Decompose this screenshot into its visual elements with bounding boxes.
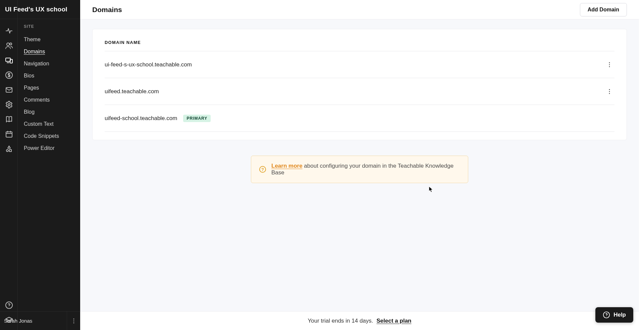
sidebar-item-bios[interactable]: Bios — [24, 70, 77, 82]
sidebar-item-navigation[interactable]: Navigation — [24, 58, 77, 70]
domain-name: uifeed.teachable.com — [105, 88, 159, 95]
rail-activity[interactable] — [0, 23, 18, 38]
add-domain-button[interactable]: Add Domain — [580, 3, 627, 16]
sidebar-item-comments[interactable]: Comments — [24, 94, 77, 106]
svg-point-12 — [73, 318, 74, 319]
users-icon — [5, 42, 13, 50]
svg-point-20 — [609, 93, 610, 94]
mail-icon — [5, 86, 13, 94]
table-row: uifeed-school.teachable.comPRIMARY — [105, 105, 614, 132]
rail-dollar[interactable] — [0, 68, 18, 82]
sidebar-item-power-editor[interactable]: Power Editor — [24, 142, 77, 154]
svg-point-11 — [9, 307, 9, 307]
sidebar-panel: UI Feed's UX school SITE ThemeDomainsNav… — [18, 0, 80, 330]
question-circle-icon: ? — [259, 166, 266, 173]
table-header-domain-name: DOMAIN NAME — [105, 40, 614, 51]
svg-point-22 — [606, 316, 607, 317]
info-banner-text: Learn more about configuring your domain… — [271, 163, 460, 176]
info-banner: ? Learn more about configuring your doma… — [251, 156, 468, 183]
more-vertical-icon — [606, 88, 613, 95]
sidebar-item-theme[interactable]: Theme — [24, 34, 77, 46]
sidebar-item-custom-text[interactable]: Custom Text — [24, 118, 77, 130]
sidebar-section-label: SITE — [24, 24, 77, 29]
rail-settings[interactable] — [0, 97, 18, 112]
row-menu-button[interactable] — [604, 87, 614, 97]
rail-users[interactable] — [0, 38, 18, 53]
svg-point-8 — [6, 150, 8, 152]
dollar-icon — [5, 71, 13, 79]
user-menu-button[interactable] — [67, 312, 80, 330]
svg-point-14 — [73, 322, 74, 323]
svg-rect-9 — [9, 150, 11, 152]
domains-card: DOMAIN NAME ui-feed-s-ux-school.teachabl… — [92, 29, 627, 140]
icon-rail — [0, 0, 18, 330]
settings-icon — [5, 101, 13, 109]
rail-mail[interactable] — [0, 82, 18, 97]
rail-shapes[interactable] — [0, 142, 18, 156]
domain-name: ui-feed-s-ux-school.teachable.com — [105, 61, 192, 68]
svg-point-19 — [609, 91, 610, 92]
rail-book[interactable] — [0, 112, 18, 127]
svg-point-15 — [609, 62, 610, 63]
rail-calendar[interactable] — [0, 127, 18, 142]
book-icon — [5, 115, 13, 123]
shapes-icon — [5, 145, 13, 153]
topbar: Domains Add Domain — [80, 0, 639, 19]
user-footer: Sarah Jonas — [0, 311, 80, 330]
help-fab-label: Help — [613, 312, 626, 318]
activity-icon — [5, 27, 13, 35]
table-row: ui-feed-s-ux-school.teachable.com — [105, 51, 614, 78]
sidebar-item-domains[interactable]: Domains — [24, 46, 77, 58]
select-plan-link[interactable]: Select a plan — [377, 318, 412, 324]
more-vertical-icon — [606, 61, 613, 68]
trial-bar: Your trial ends in 14 days. Select a pla… — [80, 311, 639, 330]
rail-help-circle[interactable] — [0, 298, 18, 313]
calendar-icon — [5, 130, 13, 138]
more-vertical-icon — [70, 318, 77, 324]
svg-point-13 — [73, 320, 74, 321]
learn-more-link[interactable]: Learn more — [271, 163, 303, 169]
row-menu-button[interactable] — [604, 60, 614, 70]
page-title: Domains — [92, 6, 122, 14]
primary-badge: PRIMARY — [183, 115, 211, 122]
sidebar-item-pages[interactable]: Pages — [24, 82, 77, 94]
help-circle-icon — [603, 311, 610, 319]
trial-text: Your trial ends in 14 days. — [308, 318, 373, 324]
table-row: uifeed.teachable.com — [105, 78, 614, 105]
svg-point-17 — [609, 66, 610, 67]
help-fab[interactable]: Help — [595, 307, 633, 323]
svg-point-16 — [609, 64, 610, 65]
sidebar-item-blog[interactable]: Blog — [24, 106, 77, 118]
svg-rect-2 — [6, 58, 10, 61]
svg-point-6 — [8, 104, 10, 106]
domain-name: uifeed-school.teachable.com — [105, 115, 177, 122]
help-circle-icon — [5, 301, 13, 309]
sidebar-item-code-snippets[interactable]: Code Snippets — [24, 130, 77, 142]
svg-point-0 — [7, 43, 9, 46]
svg-point-18 — [609, 89, 610, 90]
right-gutter — [639, 0, 644, 330]
svg-point-1 — [10, 43, 12, 45]
svg-rect-7 — [6, 132, 12, 137]
devices-icon — [5, 56, 13, 64]
rail-devices[interactable] — [0, 53, 18, 68]
main-area: Domains Add Domain DOMAIN NAME ui-feed-s… — [80, 0, 639, 330]
brand-title[interactable]: UI Feed's UX school — [0, 0, 80, 19]
user-name[interactable]: Sarah Jonas — [0, 318, 67, 324]
